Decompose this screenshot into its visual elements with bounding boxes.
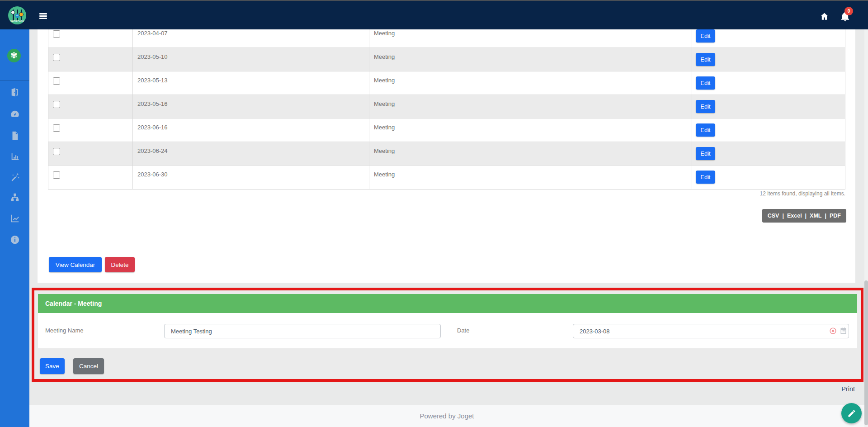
date-cell: 2023-04-07	[133, 29, 369, 47]
table-row: 2023-05-10MeetingEdit	[48, 48, 845, 71]
row-date: 2023-05-13	[133, 71, 369, 84]
action-cell: Edit	[692, 29, 845, 47]
table-row: 2023-06-30MeetingEdit	[48, 166, 845, 189]
table-summary: 12 items found, displaying all items.	[760, 190, 845, 197]
row-checkbox[interactable]	[53, 77, 60, 85]
row-checkbox[interactable]	[53, 148, 60, 155]
community-avatar-icon[interactable]: ✾	[7, 49, 21, 62]
window-top-strip	[0, 0, 868, 1]
date-label: Date	[457, 327, 469, 334]
cancel-button[interactable]: Cancel	[73, 358, 104, 374]
edit-button[interactable]: Edit	[696, 171, 715, 184]
row-checkbox[interactable]	[53, 30, 60, 38]
edit-button[interactable]: Edit	[696, 123, 715, 137]
date-calendar-icon[interactable]	[840, 327, 847, 335]
date-cell: 2023-05-13	[133, 71, 369, 95]
logo-knob-icon	[11, 10, 15, 14]
category-cell: Meeting	[369, 142, 692, 165]
row-category: Meeting	[369, 71, 692, 84]
row-date: 2023-06-30	[133, 166, 369, 178]
table-row: 2023-06-16MeetingEdit	[48, 119, 845, 142]
sidebar-item-line-chart-icon[interactable]	[8, 211, 22, 226]
sidebar-divider	[0, 81, 29, 81]
checkbox-cell	[48, 29, 133, 47]
date-cell: 2023-06-30	[133, 166, 369, 189]
export-excel-link[interactable]: Excel	[787, 213, 802, 219]
row-checkbox[interactable]	[53, 101, 60, 108]
row-category: Meeting	[369, 142, 692, 154]
meetings-table: 2023-04-07MeetingEdit2023-05-10MeetingEd…	[48, 29, 845, 190]
edit-button[interactable]: Edit	[696, 100, 715, 113]
meeting-form-section: Calendar - Meeting Meeting Name Date Sav…	[32, 288, 863, 382]
edit-fab-pencil-icon[interactable]	[841, 403, 862, 423]
export-pdf-link[interactable]: PDF	[830, 213, 841, 219]
category-cell: Meeting	[369, 29, 692, 47]
scrollbar-thumb[interactable]	[864, 280, 868, 425]
vertical-scrollbar	[864, 29, 868, 427]
table-row: 2023-05-13MeetingEdit	[48, 71, 845, 95]
top-navbar: DX SHOWCASE 0	[0, 0, 868, 29]
sidebar-item-sitemap-icon[interactable]	[8, 190, 22, 205]
category-cell: Meeting	[369, 95, 692, 118]
row-checkbox[interactable]	[53, 54, 60, 61]
form-header: Calendar - Meeting	[38, 294, 857, 313]
sidebar-item-door-exit-icon[interactable]	[8, 85, 22, 100]
table-row: 2023-06-24MeetingEdit	[48, 142, 845, 166]
edit-button[interactable]: Edit	[696, 29, 715, 43]
date-cell: 2023-06-24	[133, 142, 369, 165]
category-cell: Meeting	[369, 166, 692, 189]
date-cell: 2023-06-16	[133, 119, 369, 142]
sidebar-item-magic-wand-icon[interactable]	[8, 170, 22, 185]
row-date: 2023-06-16	[133, 119, 369, 131]
date-input[interactable]	[573, 324, 849, 338]
row-checkbox[interactable]	[53, 124, 60, 132]
export-separator: |	[805, 213, 807, 219]
sidebar-item-dashboard-icon[interactable]	[8, 107, 22, 121]
logo-brand-text: SHOWCASE	[8, 20, 26, 23]
action-cell: Edit	[692, 48, 845, 71]
edit-button[interactable]: Edit	[696, 76, 715, 90]
list-action-row: View Calendar Delete	[49, 257, 135, 272]
sidebar-item-bar-chart-icon[interactable]	[8, 150, 22, 164]
menu-hamburger-icon[interactable]	[39, 13, 47, 19]
meeting-name-label: Meeting Name	[45, 327, 84, 334]
table-row: 2023-05-16MeetingEdit	[48, 95, 845, 119]
export-separator: |	[782, 213, 784, 219]
export-bar: CSV|Excel|XML|PDF	[762, 209, 846, 223]
save-button[interactable]: Save	[40, 358, 65, 374]
row-date: 2023-05-16	[133, 95, 369, 107]
action-cell: Edit	[692, 71, 845, 95]
category-cell: Meeting	[369, 48, 692, 71]
home-icon[interactable]	[820, 12, 829, 21]
row-category: Meeting	[369, 166, 692, 178]
category-cell: Meeting	[369, 71, 692, 95]
action-cell: Edit	[692, 119, 845, 142]
row-category: Meeting	[369, 95, 692, 107]
form-title: Calendar - Meeting	[45, 300, 102, 307]
app-logo[interactable]: DX SHOWCASE	[8, 6, 26, 24]
row-category: Meeting	[369, 29, 692, 37]
export-csv-link[interactable]: CSV	[768, 213, 779, 219]
row-date: 2023-04-07	[133, 29, 369, 37]
date-cell: 2023-05-10	[133, 48, 369, 71]
powered-by-footer: Powered by Joget	[29, 405, 864, 427]
export-xml-link[interactable]: XML	[810, 213, 821, 219]
sidebar-item-info-icon[interactable]	[8, 232, 22, 247]
meeting-name-input[interactable]	[164, 324, 441, 338]
app-window: DX SHOWCASE 0 ✾ 2023-04-07MeetingEdit202…	[0, 0, 868, 427]
row-category: Meeting	[369, 48, 692, 60]
edit-button[interactable]: Edit	[696, 53, 715, 66]
checkbox-cell	[48, 142, 133, 165]
print-link[interactable]: Print	[841, 385, 855, 393]
row-date: 2023-05-10	[133, 48, 369, 60]
view-calendar-button[interactable]: View Calendar	[49, 257, 102, 272]
edit-button[interactable]: Edit	[696, 147, 715, 160]
delete-button[interactable]: Delete	[105, 257, 135, 272]
sidebar-item-document-icon[interactable]	[8, 128, 22, 143]
row-date: 2023-06-24	[133, 142, 369, 154]
notification-badge[interactable]: 0	[844, 7, 853, 15]
checkbox-cell	[48, 71, 133, 95]
table-row: 2023-04-07MeetingEdit	[48, 29, 845, 48]
row-checkbox[interactable]	[53, 171, 60, 179]
date-clear-icon[interactable]	[829, 327, 837, 335]
